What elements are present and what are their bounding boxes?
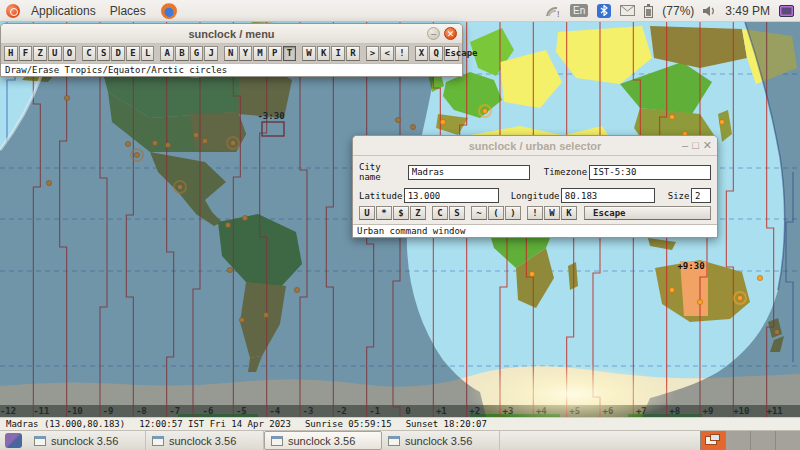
city-dot[interactable] [757,275,762,280]
taskbar-item-3[interactable]: sunclock 3.56 [264,431,382,450]
minimize-button[interactable]: – [427,27,440,40]
menu-key-S[interactable]: S [97,46,111,61]
sunclock-menu-window[interactable]: sunclock / menu – ✕ HFZUOCSDELABGJNYMPTW… [0,23,463,77]
urban-key-W[interactable]: W [544,206,560,220]
workspace-4[interactable] [775,431,800,450]
taskbar-app-icon[interactable] [5,433,22,448]
menu-key-P[interactable]: P [268,46,282,61]
minimize-button[interactable]: – [682,139,688,152]
longitude-input[interactable] [561,188,655,203]
menu-escape-button[interactable]: Escape [444,46,459,61]
urban-key-Z[interactable]: Z [410,206,426,220]
menu-key-O[interactable]: O [63,46,77,61]
places-menu[interactable]: Places [103,0,153,22]
urban-key-~[interactable]: ~ [471,206,487,220]
close-button[interactable]: ✕ [444,27,457,40]
city-name-input[interactable] [408,165,530,180]
taskbar-item-1[interactable]: sunclock 3.56 [28,431,146,450]
urban-escape-button[interactable]: Escape [584,206,711,220]
workspace-3[interactable] [750,431,775,450]
firefox-icon[interactable] [161,3,177,19]
keyboard-layout-indicator[interactable]: En [570,4,588,17]
menu-window-titlebar[interactable]: sunclock / menu – ✕ [1,24,462,44]
city-dot[interactable] [482,108,487,113]
city-dot[interactable] [719,119,724,124]
urban-key-([interactable]: ( [488,206,504,220]
taskbar-item-2[interactable]: sunclock 3.56 [146,431,264,450]
display-icon[interactable] [779,5,794,17]
menu-key-G[interactable]: G [190,46,204,61]
menu-key-J[interactable]: J [204,46,218,61]
menu-key-B[interactable]: B [175,46,189,61]
menu-key-K[interactable]: K [317,46,331,61]
urban-window-title: sunclock / urban selector [353,140,717,152]
city-dot[interactable] [737,295,742,300]
urban-key-S[interactable]: S [449,206,465,220]
taskbar-item-label: sunclock 3.56 [51,435,118,447]
city-dot[interactable] [669,114,674,119]
latitude-input[interactable] [404,188,499,203]
menu-key-Q[interactable]: Q [429,46,443,61]
menu-key-T[interactable]: T [283,46,297,61]
battery-icon[interactable] [644,4,653,18]
urban-selector-window[interactable]: sunclock / urban selector – □ ✕ City nam… [352,135,718,238]
menu-key-H[interactable]: H [4,46,18,61]
maximize-button[interactable]: □ [692,139,699,152]
urban-key-K[interactable]: K [561,206,577,220]
urban-key-![interactable]: ! [527,206,543,220]
menu-key-N[interactable]: N [224,46,238,61]
urban-key-C[interactable]: C [432,206,448,220]
svg-text:+9:30: +9:30 [677,261,704,271]
desktop: -12-11-10-9-8-7-6-5-4-3-2-10+1+2+3+4+5+6… [0,0,800,450]
menu-key-I[interactable]: I [331,46,345,61]
timezone-input[interactable] [589,165,711,180]
menu-window-title: sunclock / menu [1,28,462,40]
city-dot[interactable] [440,119,445,124]
urban-key-$[interactable]: $ [393,206,409,220]
urban-window-titlebar[interactable]: sunclock / urban selector – □ ✕ [353,136,717,156]
city-dot[interactable] [529,271,534,276]
window-icon [388,436,400,446]
menu-key-A[interactable]: A [160,46,174,61]
close-button[interactable]: ✕ [703,139,712,152]
menu-key-M[interactable]: M [253,46,267,61]
menu-key-D[interactable]: D [111,46,125,61]
taskbar-item-label: sunclock 3.56 [169,435,236,447]
menu-key-<[interactable]: < [380,46,394,61]
size-input[interactable] [691,188,711,203]
window-icon [34,436,46,446]
menu-key-L[interactable]: L [141,46,155,61]
mail-icon[interactable] [620,5,635,16]
workspace-switcher[interactable] [700,431,800,450]
size-label: Size [668,191,691,201]
network-icon[interactable]: ! [545,4,561,18]
urban-key-U[interactable]: U [359,206,375,220]
urban-key-*[interactable]: * [376,206,392,220]
menu-key-F[interactable]: F [19,46,33,61]
menu-key-W[interactable]: W [302,46,316,61]
menu-key-E[interactable]: E [126,46,140,61]
window-icon [271,436,283,446]
workspace-2[interactable] [725,431,750,450]
city-name-label: City name [359,162,408,182]
menu-key-C[interactable]: C [82,46,96,61]
menu-key-![interactable]: ! [395,46,409,61]
distro-logo-icon[interactable] [6,4,20,18]
menu-key-U[interactable]: U [48,46,62,61]
menu-key-X[interactable]: X [415,46,429,61]
taskbar-item-4[interactable]: sunclock 3.56 [382,431,500,450]
menu-key-Y[interactable]: Y [239,46,253,61]
bluetooth-icon[interactable] [597,4,611,18]
clock-label[interactable]: 3:49 PM [725,4,770,18]
city-dot[interactable] [697,299,702,304]
menu-key-R[interactable]: R [346,46,360,61]
urban-key-)[interactable]: ) [505,206,521,220]
menu-key-row: HFZUOCSDELABGJNYMPTWKIR><!XQEscape [1,44,462,63]
battery-percent-label: (77%) [662,4,694,18]
city-dot[interactable] [669,287,674,292]
menu-key-Z[interactable]: Z [33,46,47,61]
applications-menu[interactable]: Applications [24,0,103,22]
workspace-1[interactable] [700,431,725,450]
volume-icon[interactable] [703,5,716,17]
menu-key->[interactable]: > [366,46,380,61]
